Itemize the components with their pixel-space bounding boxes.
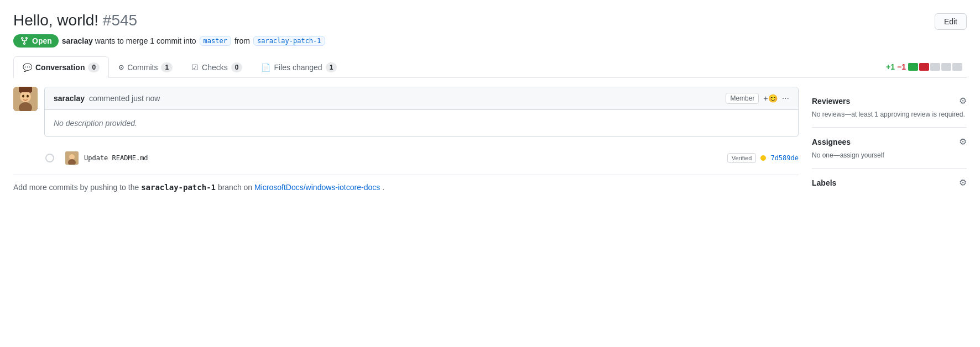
diff-block-3 — [930, 63, 940, 71]
sidebar-assignees: Assignees ⚙ No one—assign yourself — [812, 128, 967, 169]
ci-status-dot — [760, 155, 766, 161]
commit-sha[interactable]: 7d589de — [770, 154, 799, 162]
reviewers-title: Reviewers — [812, 97, 850, 106]
more-options-button[interactable]: ··· — [782, 93, 789, 103]
tab-commits-label: Commits — [127, 63, 158, 72]
diff-block-1 — [908, 63, 918, 71]
reviewers-header: Reviewers ⚙ — [812, 96, 967, 106]
diff-blocks — [908, 63, 962, 71]
diff-stats: +1 −1 — [886, 62, 962, 71]
svg-point-4 — [27, 95, 29, 98]
tab-commits[interactable]: ⊙ Commits 1 — [109, 56, 182, 78]
comment-actions: Member +😊 ··· — [726, 93, 789, 104]
tab-conversation-label: Conversation — [35, 63, 85, 72]
footer-text-before: Add more commits by pushing to the — [13, 183, 139, 192]
assignees-text: No one—assign yourself — [812, 151, 967, 159]
diff-block-5 — [952, 63, 962, 71]
svg-point-3 — [22, 95, 24, 98]
checks-icon: ☑ — [191, 63, 199, 72]
footer-message: Add more commits by pushing to the sarac… — [13, 175, 799, 199]
tab-files-changed[interactable]: 📄 Files changed 1 — [252, 56, 346, 78]
main-content: saraclay commented just now Member +😊 ··… — [13, 87, 799, 201]
open-badge: Open — [13, 34, 59, 48]
sidebar: Reviewers ⚙ No reviews—at least 1 approv… — [812, 87, 967, 201]
assignees-header: Assignees ⚙ — [812, 136, 967, 147]
comment-body: No description provided. — [45, 110, 798, 136]
svg-rect-5 — [19, 87, 32, 92]
pr-number: #545 — [103, 12, 137, 29]
diff-deletions: −1 — [897, 62, 906, 71]
comment-author-info: saraclay commented just now — [54, 94, 160, 103]
labels-gear-icon[interactable]: ⚙ — [959, 177, 967, 188]
comment-box: saraclay commented just now Member +😊 ··… — [44, 87, 799, 137]
sidebar-reviewers: Reviewers ⚙ No reviews—at least 1 approv… — [812, 87, 967, 128]
footer-text-after: . — [382, 183, 384, 192]
tab-conversation-count: 0 — [88, 62, 100, 72]
commit-line-area — [21, 154, 60, 162]
tab-conversation[interactable]: 💬 Conversation 0 — [13, 56, 109, 78]
diff-block-2 — [919, 63, 929, 71]
tab-checks[interactable]: ☑ Checks 0 — [182, 56, 252, 78]
avatar — [13, 87, 38, 111]
verified-badge: Verified — [727, 153, 757, 163]
reviewers-text: No reviews—at least 1 approving review i… — [812, 111, 967, 118]
tab-checks-label: Checks — [202, 63, 228, 72]
tabs-bar: 💬 Conversation 0 ⊙ Commits 1 ☑ Checks 0 … — [13, 56, 967, 78]
comment-body-text: No description provided. — [54, 119, 789, 128]
conversation-icon: 💬 — [23, 63, 32, 72]
tab-checks-count: 0 — [231, 62, 243, 72]
commit-avatar-svg — [65, 151, 79, 165]
target-branch[interactable]: master — [200, 36, 231, 46]
comment-header: saraclay commented just now Member +😊 ··… — [45, 87, 798, 110]
sidebar-labels: Labels ⚙ — [812, 169, 967, 201]
pr-meta-from: from — [234, 36, 250, 45]
avatar-image — [13, 87, 38, 111]
open-badge-label: Open — [32, 36, 52, 45]
footer-branch: saraclay-patch-1 — [141, 183, 216, 192]
diff-additions: +1 — [886, 62, 895, 71]
comment-author[interactable]: saraclay — [54, 94, 85, 103]
footer-repo-link[interactable]: MicrosoftDocs/windows-iotcore-docs — [254, 183, 380, 192]
comment-time: commented just now — [89, 94, 160, 103]
commit-row: Update README.md Verified 7d589de — [21, 151, 799, 165]
timeline: saraclay commented just now Member +😊 ··… — [13, 87, 799, 199]
commit-item: Update README.md Verified 7d589de — [13, 146, 799, 170]
pr-meta-desc: wants to merge 1 commit into — [95, 36, 196, 45]
commit-avatar — [65, 151, 79, 165]
commit-right: Verified 7d589de — [727, 153, 799, 163]
tab-files-label: Files changed — [274, 63, 322, 72]
commits-icon: ⊙ — [118, 64, 124, 71]
merge-icon — [20, 36, 29, 45]
assignees-gear-icon[interactable]: ⚙ — [959, 136, 967, 147]
pr-author: saraclay — [62, 36, 93, 45]
edit-button[interactable]: Edit — [935, 13, 967, 30]
avatar-svg — [13, 87, 38, 111]
footer-text-middle: branch on — [218, 183, 252, 192]
pr-title-text: Hello, world! — [13, 12, 98, 29]
diff-block-4 — [941, 63, 951, 71]
pr-title: Hello, world! #545 — [13, 11, 137, 30]
member-badge: Member — [726, 93, 759, 104]
tab-commits-count: 1 — [161, 62, 173, 72]
commit-message[interactable]: Update README.md — [84, 154, 148, 162]
reviewers-gear-icon[interactable]: ⚙ — [959, 96, 967, 106]
comment-row: saraclay commented just now Member +😊 ··… — [13, 87, 799, 146]
pr-meta: Open saraclay wants to merge 1 commit in… — [13, 34, 967, 48]
commit-dot — [45, 154, 54, 162]
emoji-button[interactable]: +😊 — [763, 94, 777, 103]
labels-title: Labels — [812, 178, 836, 187]
tab-files-count: 1 — [326, 62, 337, 72]
labels-header: Labels ⚙ — [812, 177, 967, 188]
assignees-title: Assignees — [812, 138, 851, 146]
svg-point-7 — [69, 154, 75, 160]
source-branch[interactable]: saraclay-patch-1 — [253, 36, 325, 46]
diff-stats-area: +1 −1 — [886, 62, 967, 71]
files-changed-icon: 📄 — [261, 63, 270, 72]
